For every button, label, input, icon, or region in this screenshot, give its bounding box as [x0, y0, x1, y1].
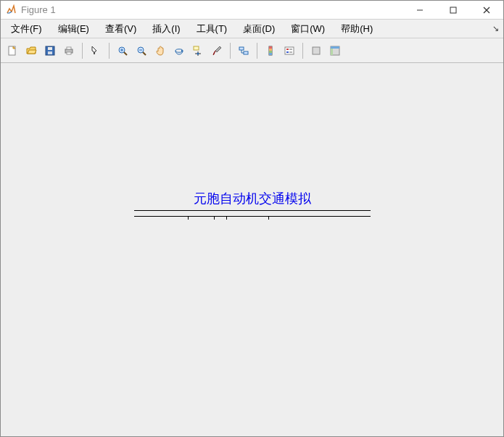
maximize-button[interactable] — [437, 1, 470, 20]
toolbar-separator — [302, 43, 303, 59]
brush-button[interactable] — [208, 42, 226, 59]
toolbar — [1, 38, 503, 63]
zoom-out-button[interactable] — [133, 42, 150, 59]
svg-rect-38 — [331, 46, 339, 49]
menubar: 文件(F) 编辑(E) 查看(V) 插入(I) 工具(T) 桌面(D) 窗口(W… — [1, 20, 503, 38]
svg-rect-7 — [48, 51, 52, 54]
lane-line-top — [134, 210, 371, 211]
print-button[interactable] — [60, 42, 78, 59]
svg-rect-28 — [269, 49, 272, 51]
rotate-3d-button[interactable] — [170, 42, 188, 59]
svg-rect-10 — [67, 52, 71, 54]
menu-desktop[interactable]: 桌面(D) — [236, 21, 282, 37]
menu-window[interactable]: 窗口(W) — [284, 21, 332, 37]
svg-rect-20 — [194, 46, 199, 50]
tick-mark — [268, 217, 269, 220]
menu-file[interactable]: 文件(F) — [4, 21, 49, 37]
toolbar-collapse-icon[interactable]: ↘ — [492, 24, 499, 33]
menu-help[interactable]: 帮助(H) — [334, 21, 380, 37]
titlebar: Figure 1 — [1, 1, 503, 20]
menu-view[interactable]: 查看(V) — [98, 21, 144, 37]
svg-rect-32 — [286, 49, 289, 50]
menu-edit[interactable]: 编辑(E) — [51, 21, 96, 37]
road-lane — [134, 210, 371, 216]
toolbar-separator — [109, 43, 110, 59]
data-cursor-button[interactable] — [189, 42, 207, 59]
tick-mark — [226, 217, 227, 220]
pan-button[interactable] — [152, 42, 169, 59]
tick-mark — [188, 217, 189, 220]
toolbar-separator — [82, 43, 83, 59]
svg-rect-29 — [269, 51, 272, 53]
hide-tools-button[interactable] — [307, 42, 325, 59]
svg-rect-39 — [331, 49, 333, 55]
svg-rect-24 — [239, 47, 244, 50]
new-figure-button[interactable] — [4, 42, 21, 59]
svg-point-23 — [197, 52, 199, 54]
save-button[interactable] — [41, 42, 59, 59]
menu-tools[interactable]: 工具(T) — [189, 21, 235, 37]
toolbar-separator — [257, 43, 257, 59]
figure-canvas[interactable]: 元胞自动机交通模拟 — [1, 63, 503, 436]
svg-rect-30 — [269, 53, 272, 55]
menu-insert[interactable]: 插入(I) — [145, 21, 187, 37]
svg-rect-6 — [48, 47, 52, 50]
svg-rect-31 — [285, 47, 294, 54]
toolbar-separator — [230, 43, 231, 59]
svg-rect-9 — [67, 47, 71, 49]
insert-legend-button[interactable] — [281, 42, 298, 59]
insert-colorbar-button[interactable] — [262, 42, 279, 59]
svg-rect-36 — [313, 47, 320, 54]
minimize-button[interactable] — [403, 1, 437, 20]
tick-mark — [214, 217, 215, 220]
svg-line-12 — [124, 52, 127, 55]
show-tools-button[interactable] — [326, 42, 344, 59]
close-button[interactable] — [470, 1, 503, 20]
window-title: Figure 1 — [21, 4, 56, 15]
chart-title: 元胞自动机交通模拟 — [194, 190, 311, 207]
edit-plot-button[interactable] — [87, 42, 104, 59]
svg-rect-25 — [244, 51, 248, 54]
figure-window: Figure 1 文件(F) 编辑(E) 查看(V) 插入(I) 工具(T) 桌… — [0, 0, 504, 437]
svg-rect-33 — [286, 51, 289, 53]
link-data-button[interactable] — [235, 42, 252, 59]
matlab-icon — [5, 4, 17, 16]
svg-rect-1 — [450, 7, 456, 13]
lane-ticks — [134, 217, 371, 220]
open-button[interactable] — [22, 42, 40, 59]
zoom-in-button[interactable] — [114, 42, 131, 59]
svg-line-16 — [143, 52, 146, 55]
svg-rect-27 — [269, 46, 272, 49]
